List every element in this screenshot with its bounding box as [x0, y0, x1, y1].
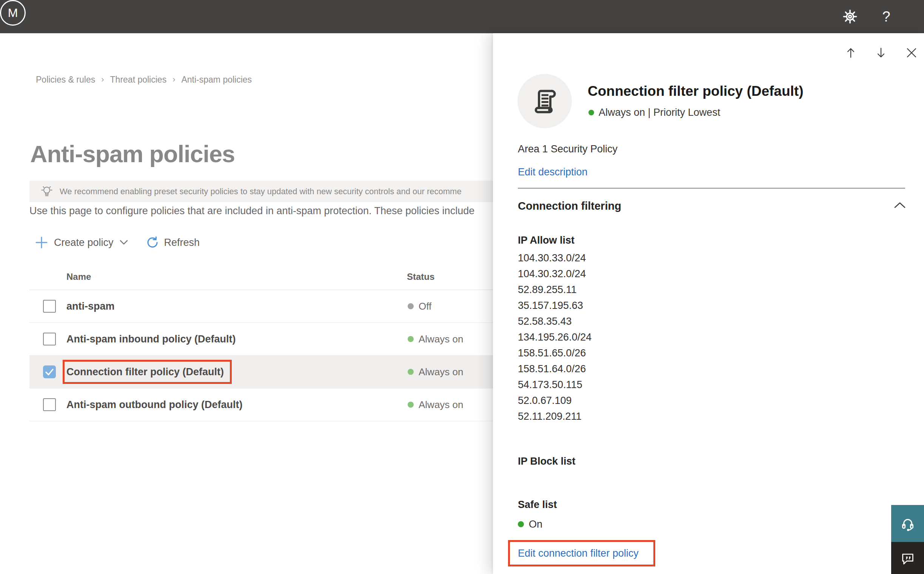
breadcrumb-separator-icon: › [172, 74, 175, 85]
ip-allow-item: 158.51.65.0/26 [518, 345, 592, 361]
scroll-icon [530, 86, 560, 116]
page-title: Anti-spam policies [30, 140, 235, 167]
row-checkbox[interactable] [43, 333, 56, 345]
breadcrumb-policies-rules[interactable]: Policies & rules [36, 74, 95, 85]
flyout-title: Connection filter policy (Default) [588, 83, 803, 100]
row-checkbox-checked[interactable] [43, 366, 56, 378]
table-row[interactable]: Anti-spam outbound policy (Default)Alway… [29, 388, 493, 421]
status-label: Off [419, 301, 432, 312]
policy-table: Name Status anti-spamOffAnti-spam inboun… [29, 264, 493, 421]
row-checkbox[interactable] [43, 398, 56, 411]
headset-icon [899, 515, 916, 532]
ip-block-list-label: IP Block list [518, 455, 576, 467]
banner-text: We recommend enabling preset security po… [60, 187, 462, 197]
table-row[interactable]: anti-spamOff [29, 290, 493, 323]
ip-allow-item: 52.0.67.109 [518, 393, 592, 408]
add-icon [35, 236, 48, 249]
divider [518, 188, 905, 189]
create-policy-button[interactable]: Create policy [35, 236, 128, 249]
ip-allow-item: 52.11.209.211 [518, 408, 592, 424]
edit-connection-filter-policy-link[interactable]: Edit connection filter policy [518, 547, 639, 559]
flyout-status-text: Always on | Priority Lowest [599, 106, 720, 119]
status-dot [408, 369, 414, 375]
policy-description: Area 1 Security Policy [518, 143, 617, 155]
ip-allow-item: 104.30.32.0/24 [518, 266, 592, 282]
lightbulb-icon [41, 185, 53, 199]
table-body: anti-spamOffAnti-spam inbound policy (De… [29, 290, 493, 421]
policy-name[interactable]: Anti-spam inbound policy (Default) [66, 323, 236, 355]
refresh-button[interactable]: Refresh [146, 236, 200, 249]
settings-icon[interactable] [839, 0, 861, 33]
status-dot [518, 521, 524, 527]
policy-status: Always on [408, 388, 464, 421]
refresh-label: Refresh [164, 237, 200, 249]
table-header: Name Status [29, 264, 493, 290]
create-policy-label: Create policy [54, 237, 114, 249]
safe-list-label: Safe list [518, 498, 557, 511]
status-dot [408, 402, 414, 408]
feedback-icon [900, 550, 916, 566]
breadcrumb-anti-spam-policies[interactable]: Anti-spam policies [181, 74, 252, 85]
flyout-status: Always on | Priority Lowest [589, 106, 720, 119]
policy-status: Always on [408, 323, 464, 355]
safe-list-value: On [529, 518, 543, 530]
edit-description-link[interactable]: Edit description [518, 166, 588, 178]
table-row[interactable]: Connection filter policy (Default)Always… [29, 356, 493, 388]
avatar[interactable]: M [0, 0, 26, 26]
status-dot [408, 336, 414, 342]
status-label: Always on [419, 333, 464, 345]
breadcrumb: Policies & rules › Threat policies › Ant… [36, 74, 252, 85]
column-header-status[interactable]: Status [407, 271, 434, 282]
ip-allow-list-label: IP Allow list [518, 234, 574, 246]
ip-allow-item: 158.51.64.0/26 [518, 361, 592, 377]
ip-allow-item: 35.157.195.63 [518, 298, 592, 314]
status-label: Always on [419, 366, 464, 378]
status-label: Always on [419, 399, 464, 411]
ip-allow-item: 54.173.50.115 [518, 377, 592, 393]
ip-allow-item: 104.30.33.0/24 [518, 250, 592, 266]
toolbar: Create policy Refresh [35, 233, 200, 252]
refresh-icon [146, 236, 159, 249]
policy-status: Always on [408, 356, 464, 388]
section-title-connection-filtering: Connection filtering [518, 199, 621, 213]
policy-name[interactable]: Connection filter policy (Default) [66, 356, 224, 388]
breadcrumb-threat-policies[interactable]: Threat policies [110, 74, 167, 85]
table-row[interactable]: Anti-spam inbound policy (Default)Always… [29, 323, 493, 356]
ip-allow-list: 104.30.33.0/24104.30.32.0/2452.89.255.11… [518, 250, 592, 424]
safe-list-status: On [518, 518, 543, 530]
help-icon[interactable]: ? [876, 0, 897, 33]
chevron-up-icon[interactable] [893, 200, 907, 210]
column-header-name[interactable]: Name [66, 271, 91, 282]
top-app-bar: ? M [0, 0, 924, 33]
policy-name[interactable]: Anti-spam outbound policy (Default) [66, 388, 242, 421]
ip-allow-item: 134.195.26.0/24 [518, 329, 592, 345]
policy-status: Off [408, 290, 432, 322]
move-up-icon[interactable] [844, 46, 858, 60]
support-button[interactable] [891, 505, 924, 542]
status-dot [589, 110, 594, 115]
policy-icon-circle [517, 74, 572, 128]
status-dot [408, 303, 414, 309]
checkmark-icon [46, 370, 53, 375]
ip-allow-item: 52.58.35.43 [518, 314, 592, 329]
move-down-icon[interactable] [874, 46, 888, 60]
annotation-red-box: Edit connection filter policy [508, 540, 655, 566]
chevron-down-icon [120, 240, 128, 245]
ip-allow-item: 52.89.255.11 [518, 282, 592, 298]
close-icon[interactable] [905, 46, 918, 60]
feedback-button[interactable] [891, 542, 924, 574]
breadcrumb-separator-icon: › [101, 74, 104, 85]
policy-name[interactable]: anti-spam [66, 290, 115, 322]
policy-details-flyout: Connection filter policy (Default) Alway… [493, 33, 924, 574]
row-checkbox[interactable] [43, 300, 56, 313]
